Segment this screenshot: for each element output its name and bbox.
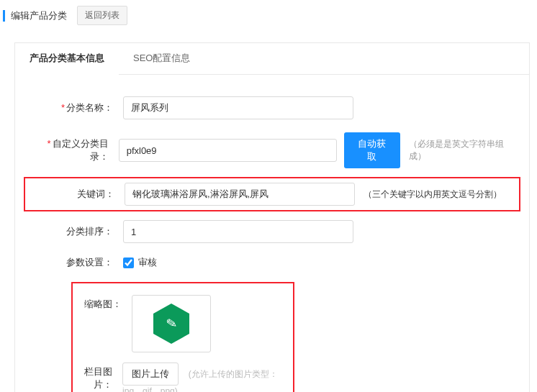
row-category-name: *分类名称： bbox=[30, 96, 515, 119]
hint-custom-dir: （必须是是英文字符串组成） bbox=[409, 138, 515, 163]
label-sort: 分类排序： bbox=[30, 225, 123, 238]
checkbox-audit-wrap: 审核 bbox=[123, 256, 157, 269]
row-thumbnail: 缩略图： ✎ bbox=[81, 295, 284, 352]
header-accent-bar bbox=[3, 10, 5, 22]
input-custom-dir[interactable] bbox=[119, 139, 338, 162]
thumbnail-preview[interactable]: ✎ bbox=[132, 295, 211, 352]
row-params: 参数设置： 审核 bbox=[30, 256, 515, 269]
input-category-name[interactable] bbox=[123, 96, 353, 119]
upload-image-button[interactable]: 图片上传 bbox=[122, 363, 179, 386]
label-keywords: 关键词： bbox=[31, 188, 125, 201]
highlight-keywords-row: 关键词： （三个关键字以内用英文逗号分割） bbox=[24, 177, 520, 211]
checkbox-audit-label: 审核 bbox=[138, 256, 157, 269]
row-keywords: 关键词： （三个关键字以内用英文逗号分割） bbox=[31, 183, 513, 206]
form-body: *分类名称： *自定义分类目录： 自动获取 （必须是是英文字符串组成） 关键词：… bbox=[15, 75, 529, 392]
label-column-image: 栏目图片： bbox=[81, 363, 122, 391]
page-title: 编辑产品分类 bbox=[11, 9, 67, 22]
row-custom-dir: *自定义分类目录： 自动获取 （必须是是英文字符串组成） bbox=[30, 132, 515, 168]
label-params: 参数设置： bbox=[30, 256, 123, 269]
hexagon-glyph: ✎ bbox=[165, 315, 179, 332]
row-column-image: 栏目图片： 图片上传 (允许上传的图片类型：jpg，gif，png) bbox=[81, 363, 284, 392]
tab-basic-info[interactable]: 产品分类基本信息 bbox=[15, 43, 119, 75]
label-custom-dir: *自定义分类目录： bbox=[30, 137, 119, 163]
input-sort[interactable] bbox=[123, 220, 353, 243]
main-panel: 产品分类基本信息 SEO配置信息 *分类名称： *自定义分类目录： 自动获取 （… bbox=[14, 42, 530, 392]
input-keywords[interactable] bbox=[125, 183, 355, 206]
back-list-button[interactable]: 返回列表 bbox=[77, 6, 127, 25]
auto-fetch-button[interactable]: 自动获取 bbox=[344, 132, 400, 168]
hint-keywords: （三个关键字以内用英文逗号分割） bbox=[364, 188, 502, 201]
label-category-name: *分类名称： bbox=[30, 101, 123, 114]
tab-seo-config[interactable]: SEO配置信息 bbox=[119, 43, 204, 74]
row-sort: 分类排序： bbox=[30, 220, 515, 243]
column-image-controls: 图片上传 (允许上传的图片类型：jpg，gif，png) bbox=[122, 363, 284, 392]
checkbox-audit[interactable] bbox=[123, 257, 134, 268]
hexagon-icon: ✎ bbox=[153, 304, 189, 344]
highlight-image-section: 缩略图： ✎ 栏目图片： 图片上传 (允许上传的图片类型：jpg，gif，png… bbox=[71, 282, 294, 392]
label-thumbnail: 缩略图： bbox=[81, 295, 132, 311]
tabs: 产品分类基本信息 SEO配置信息 bbox=[15, 43, 529, 75]
